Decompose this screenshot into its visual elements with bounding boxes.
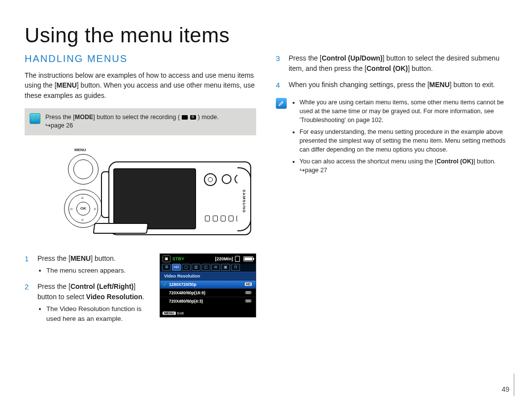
- camera-brand: SAMSUNG: [241, 189, 246, 214]
- note-post2: ) mode.: [198, 114, 219, 121]
- down-arrow-icon: ▿: [81, 218, 84, 222]
- lcd-option-label: 720X480/60p(4:3): [169, 299, 203, 304]
- s3p3: Control (OK): [366, 64, 408, 72]
- page-title: Using the menu items: [25, 24, 507, 47]
- lcd-tab-active: HD: [172, 264, 181, 271]
- s3p4: ] button.: [408, 64, 433, 72]
- control-pad-diagram: OK ▵ ▿ ◃ ▹: [64, 189, 102, 228]
- lcd-tab: ▣: [221, 264, 230, 271]
- menu-button-diagram: MENU: [68, 154, 99, 185]
- intro-paragraph: The instructions below are examples of h…: [25, 70, 256, 100]
- camera-lcd: [113, 168, 196, 229]
- tip-item: For easy understanding, the menu setting…: [299, 127, 507, 154]
- camera-door: [93, 223, 148, 234]
- step2-bold: Control (Left/Right): [70, 282, 133, 290]
- step-4: 4 When you finish changing settings, pre…: [276, 80, 507, 91]
- sd-badge: SD: [245, 299, 252, 303]
- lcd-option-label: 1280X720/30p: [169, 282, 197, 287]
- lcd-tab: ◫: [201, 264, 210, 271]
- note-pre: Press the [: [45, 114, 75, 121]
- step-body: Press the [MENU] button. The menu screen…: [37, 253, 151, 276]
- s4p2: ] button to exit.: [450, 81, 495, 89]
- lcd-footer-exit: Exit: [177, 311, 184, 315]
- step1-bold: MENU: [70, 254, 91, 262]
- step1-post: ] button.: [91, 254, 116, 262]
- arrow-icon: ↪: [45, 122, 51, 129]
- s4p1: MENU: [430, 81, 450, 89]
- t3p0: You can also access the shortcut menu us…: [299, 158, 436, 165]
- lcd-mode-icon: ▣: [163, 255, 170, 262]
- check-icon: [30, 113, 40, 124]
- lcd-menu-header: Video Resolution: [160, 272, 256, 280]
- note-pencil-icon: [276, 98, 287, 109]
- mode-note-box: Press the [MODE] button to select the re…: [25, 108, 256, 135]
- step2-post2: .: [142, 293, 144, 301]
- step-body: Press the [Control (Up/Down)] button to …: [289, 53, 507, 74]
- steps-list-right: 3 Press the [Control (Up/Down)] button t…: [276, 53, 507, 91]
- tip-note-box: While you are using certain menu items, …: [276, 98, 507, 178]
- t3p3: page 27: [305, 167, 327, 174]
- tip-list: While you are using certain menu items, …: [299, 98, 507, 178]
- lcd-card-icon: [235, 256, 240, 262]
- step-number: 2: [25, 281, 33, 324]
- lcd-tab: ▥: [192, 264, 200, 271]
- step2-pre: Press the [: [37, 282, 70, 290]
- step2-bold2: Video Resolution: [86, 293, 142, 301]
- battery-icon: [243, 256, 253, 261]
- lcd-tab-row: ⊞ HD ▢ ▥ ◫ ⧉ ▣ ⊡: [160, 264, 256, 272]
- lcd-option-label: 720X480/60p(16:9): [169, 290, 205, 295]
- lcd-remaining-time: [220Min]: [215, 256, 233, 261]
- photo-icon: [190, 115, 196, 120]
- lcd-tab: ⊡: [231, 264, 240, 271]
- two-column-layout: HANDLING MENUS The instructions below ar…: [25, 53, 507, 330]
- step-3: 3 Press the [Control (Up/Down)] button t…: [276, 53, 507, 74]
- camera-dial-icon: [204, 173, 217, 186]
- s3p0: Press the [: [289, 54, 322, 62]
- note-bold: MODE: [75, 114, 94, 121]
- lcd-option-selected: 1280X720/30p HD: [160, 280, 256, 288]
- note-page-ref: page 26: [51, 122, 73, 129]
- lcd-stby: STBY: [172, 256, 184, 261]
- step-number: 3: [276, 53, 284, 74]
- page-number: 49: [501, 385, 509, 393]
- tip-item: While you are using certain menu items, …: [299, 98, 507, 125]
- up-arrow-icon: ▵: [81, 195, 84, 200]
- menu-label: MENU: [74, 148, 86, 152]
- step1-bullet: The menu screen appears.: [46, 266, 151, 276]
- steps-1-2-wrap: 1 Press the [MENU] button. The menu scre…: [25, 253, 256, 330]
- mode-note-text: Press the [MODE] button to select the re…: [45, 113, 219, 130]
- manual-page: Using the menu items HANDLING MENUS The …: [0, 0, 532, 406]
- camera-button-icon: [222, 174, 232, 184]
- camcorder-illustration: MENU OK ▵ ▿ ◃ ▹: [25, 144, 256, 248]
- step1-pre: Press the [: [37, 254, 70, 262]
- lcd-footer: MENU Exit: [163, 311, 184, 315]
- tip-item: You can also access the shortcut menu us…: [299, 157, 507, 175]
- video-icon: [182, 115, 188, 120]
- steps-list-left: 1 Press the [MENU] button. The menu scre…: [25, 253, 151, 330]
- t3p2: ] button.: [473, 158, 496, 165]
- step-number: 4: [276, 80, 284, 91]
- left-arrow-icon: ◃: [70, 206, 72, 211]
- section-heading: HANDLING MENUS: [25, 53, 256, 64]
- lcd-footer-menu: MENU: [163, 312, 176, 315]
- right-arrow-icon: ▹: [94, 206, 97, 211]
- arrow-icon: ↪: [299, 167, 305, 174]
- sd-badge: SD: [245, 291, 252, 294]
- right-column: 3 Press the [Control (Up/Down)] button t…: [276, 53, 507, 330]
- s3p1: Control (Up/Down): [322, 54, 383, 62]
- lcd-tab: ⊞: [162, 264, 171, 271]
- ok-label: OK: [76, 202, 90, 216]
- t3p1: Control (OK): [436, 158, 473, 165]
- step2-bullet: The Video Resolution function is used he…: [46, 304, 151, 324]
- step-body: When you finish changing settings, press…: [289, 80, 507, 91]
- lcd-status-bar: ▣ STBY [220Min]: [160, 254, 256, 264]
- lcd-tab: ⧉: [211, 264, 220, 271]
- page-rule: [514, 374, 514, 396]
- note-post: ] button to select the recording (: [93, 114, 181, 121]
- lcd-tab: ▢: [182, 264, 191, 271]
- lcd-option: 720X480/60p(16:9) SD: [160, 288, 256, 297]
- intro-bold: MENU: [57, 81, 77, 89]
- s4p0: When you finish changing settings, press…: [289, 81, 430, 89]
- step-number: 1: [25, 253, 33, 276]
- step-1: 1 Press the [MENU] button. The menu scre…: [25, 253, 151, 276]
